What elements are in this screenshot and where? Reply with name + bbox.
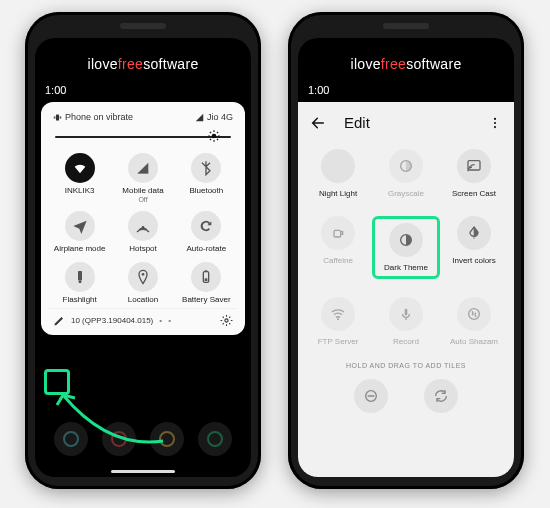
slider-track bbox=[55, 136, 231, 138]
gray-icon bbox=[389, 149, 423, 183]
edit-tile-moon[interactable]: Night Light bbox=[304, 149, 372, 198]
invert-icon bbox=[457, 216, 491, 250]
available-tile-sync[interactable] bbox=[424, 379, 458, 413]
svg-rect-19 bbox=[334, 230, 341, 237]
edit-tile-grid: Night LightGrayscaleScreen CastCaffeineD… bbox=[298, 141, 514, 352]
screen-right: ilovefreesoftware 1:00 Edit Night LightG… bbox=[298, 38, 514, 477]
brightness-slider[interactable] bbox=[55, 129, 231, 145]
qs-tile-label: INKLIK3 bbox=[49, 187, 110, 196]
bt-icon bbox=[191, 153, 221, 183]
status-time: 1:00 bbox=[308, 84, 329, 96]
svg-point-1 bbox=[112, 432, 126, 446]
qs-tile-label: Hotspot bbox=[112, 245, 173, 254]
nav-pill[interactable] bbox=[111, 470, 175, 473]
watermark-accent: free bbox=[118, 56, 143, 72]
qs-tile-label: Location bbox=[112, 296, 173, 305]
edit-tile-invert[interactable]: Invert colors bbox=[440, 216, 508, 279]
pin-icon bbox=[128, 262, 158, 292]
annotation-highlight-pencil bbox=[44, 369, 70, 395]
moon-icon bbox=[321, 149, 355, 183]
watermark-accent: free bbox=[381, 56, 406, 72]
quick-settings-panel: Phone on vibrate Jio 4G INKLIK3Mobile da… bbox=[41, 102, 245, 335]
edit-tile-label: Grayscale bbox=[372, 189, 440, 198]
edit-tile-label: Dark Theme bbox=[379, 263, 433, 272]
qs-tile-grid: INKLIK3Mobile dataOffBluetoothAirplane m… bbox=[49, 151, 237, 308]
hotspot-icon bbox=[128, 211, 158, 241]
edit-header: Edit bbox=[298, 102, 514, 141]
qs-tile-torch[interactable]: Flashlight bbox=[49, 262, 110, 305]
edit-tile-cup[interactable]: Caffeine bbox=[304, 216, 372, 279]
svg-point-3 bbox=[208, 432, 222, 446]
qs-tile-hotspot[interactable]: Hotspot bbox=[112, 211, 173, 254]
svg-rect-4 bbox=[56, 114, 59, 120]
qs-tile-wifi[interactable]: INKLIK3 bbox=[49, 153, 110, 203]
signal-icon bbox=[195, 113, 204, 122]
status-time: 1:00 bbox=[45, 84, 66, 96]
phone-speaker bbox=[383, 23, 429, 29]
slider-thumb-brightness-icon[interactable] bbox=[207, 129, 221, 143]
cup-icon bbox=[321, 216, 355, 250]
mic-icon bbox=[389, 297, 423, 331]
overflow-menu-icon[interactable] bbox=[488, 116, 502, 130]
qs-tile-battery[interactable]: Battery Saver bbox=[176, 262, 237, 305]
dock-app[interactable] bbox=[54, 422, 88, 456]
dock-app[interactable] bbox=[102, 422, 136, 456]
watermark: ilovefreesoftware bbox=[35, 56, 251, 72]
edit-tile-cast[interactable]: Screen Cast bbox=[440, 149, 508, 198]
svg-point-9 bbox=[142, 273, 145, 276]
edit-tile-label: Auto Shazam bbox=[440, 337, 508, 346]
edit-tile-shazam[interactable]: Auto Shazam bbox=[440, 297, 508, 346]
home-dock bbox=[35, 415, 251, 463]
watermark-pre: ilove bbox=[351, 56, 381, 72]
edit-tile-dark-theme-highlighted[interactable]: Dark Theme bbox=[372, 216, 440, 279]
dock-app[interactable] bbox=[150, 422, 184, 456]
cast-icon bbox=[457, 149, 491, 183]
edit-tile-label: Night Light bbox=[304, 189, 372, 198]
edit-tile-gray[interactable]: Grayscale bbox=[372, 149, 440, 198]
svg-point-14 bbox=[494, 117, 496, 119]
svg-point-15 bbox=[494, 121, 496, 123]
phone-speaker bbox=[120, 23, 166, 29]
watermark-post: software bbox=[143, 56, 198, 72]
edit-pencil-icon[interactable] bbox=[53, 315, 65, 327]
qs-tile-bt[interactable]: Bluetooth bbox=[176, 153, 237, 203]
screenshot-stage: ilovefreesoftware 1:00 Phone on vibrate bbox=[0, 0, 550, 508]
qs-tile-label: Battery Saver bbox=[176, 296, 237, 305]
screen-left: ilovefreesoftware 1:00 Phone on vibrate bbox=[35, 38, 251, 477]
edit-tile-wifi2[interactable]: FTP Server bbox=[304, 297, 372, 346]
svg-rect-11 bbox=[205, 270, 208, 271]
wifi-icon bbox=[65, 153, 95, 183]
qs-tile-pin[interactable]: Location bbox=[112, 262, 173, 305]
qs-tile-rotate[interactable]: Auto-rotate bbox=[176, 211, 237, 254]
shazam-icon bbox=[457, 297, 491, 331]
svg-point-0 bbox=[64, 432, 78, 446]
edit-tile-mic[interactable]: Record bbox=[372, 297, 440, 346]
edit-tile-label: Invert colors bbox=[440, 256, 508, 265]
phone-frame-right: ilovefreesoftware 1:00 Edit Night LightG… bbox=[288, 12, 524, 489]
svg-point-2 bbox=[160, 432, 174, 446]
edit-tile-label: FTP Server bbox=[304, 337, 372, 346]
available-tiles-row bbox=[298, 379, 514, 419]
wifi2-icon bbox=[321, 297, 355, 331]
qs-tile-plane[interactable]: Airplane mode bbox=[49, 211, 110, 254]
build-text: 10 (QPP3.190404.015) bbox=[71, 316, 153, 325]
edit-tile-label: Caffeine bbox=[304, 256, 372, 265]
torch-icon bbox=[65, 262, 95, 292]
svg-point-21 bbox=[337, 318, 339, 320]
svg-rect-8 bbox=[78, 280, 81, 283]
svg-rect-12 bbox=[205, 278, 208, 281]
dock-app[interactable] bbox=[198, 422, 232, 456]
settings-gear-icon[interactable] bbox=[220, 314, 233, 327]
available-tile-dnd[interactable] bbox=[354, 379, 388, 413]
page-dots: • • bbox=[159, 316, 173, 325]
rotate-icon bbox=[191, 211, 221, 241]
edit-tile-label: Record bbox=[372, 337, 440, 346]
battery-icon bbox=[191, 262, 221, 292]
qs-tile-label: Airplane mode bbox=[49, 245, 110, 254]
qs-signal-text: Jio 4G bbox=[207, 112, 233, 122]
back-arrow-icon[interactable] bbox=[310, 115, 326, 131]
qs-status-text: Phone on vibrate bbox=[65, 112, 133, 122]
qs-top-row: Phone on vibrate Jio 4G bbox=[49, 110, 237, 127]
qs-tile-cell[interactable]: Mobile dataOff bbox=[112, 153, 173, 203]
svg-rect-22 bbox=[405, 309, 408, 316]
